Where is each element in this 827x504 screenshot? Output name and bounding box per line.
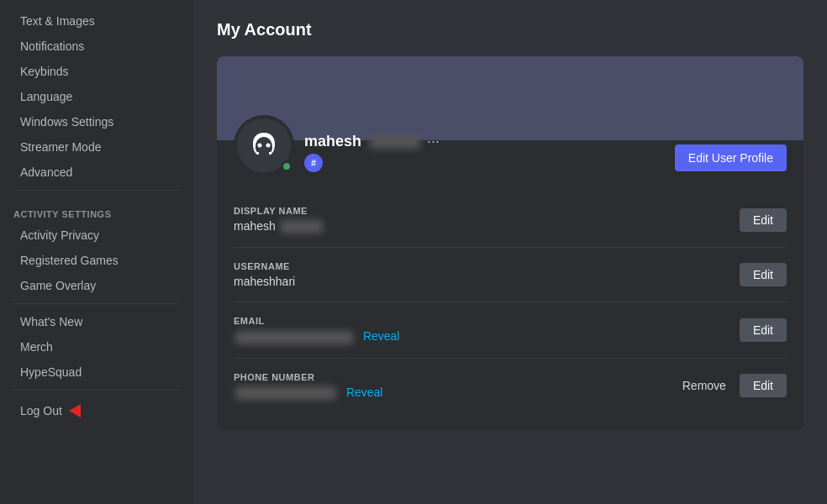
username-field: USERNAME maheshhari Edit: [234, 248, 787, 302]
sidebar-item-hypesquad[interactable]: HypeSquad: [7, 360, 187, 384]
display-name-blurred: [281, 220, 323, 234]
sidebar-item-whats-new[interactable]: What's New: [7, 310, 187, 333]
phone-edit-button[interactable]: Edit: [740, 374, 787, 397]
display-name-value: mahesh: [234, 219, 740, 234]
phone-actions: Remove Edit: [676, 374, 787, 397]
sidebar-item-activity-privacy[interactable]: Activity Privacy: [7, 223, 187, 247]
profile-card: mahesh ··· # Edit User Profile DISPLAY N…: [217, 56, 803, 430]
svg-point-1: [266, 144, 271, 148]
sidebar-divider-1: [13, 190, 180, 191]
avatar-wrap: [234, 115, 294, 176]
phone-left: PHONE NUMBER Reveal: [234, 372, 676, 400]
username-edit-button[interactable]: Edit: [740, 263, 787, 286]
sidebar-item-streamer-mode[interactable]: Streamer Mode: [7, 135, 187, 159]
page-title: My Account: [217, 20, 803, 39]
phone-label: PHONE NUMBER: [234, 372, 676, 382]
username-blurred-part: [370, 135, 420, 149]
status-dot: [281, 160, 292, 172]
display-name-edit-button[interactable]: Edit: [740, 208, 787, 232]
sidebar-divider-2: [13, 303, 180, 304]
username-value: maheshhari: [234, 275, 740, 288]
display-name-actions: Edit: [740, 208, 787, 232]
three-dots-menu[interactable]: ···: [427, 133, 440, 150]
display-name-field: DISPLAY NAME mahesh Edit: [234, 192, 787, 248]
sidebar-item-advanced[interactable]: Advanced: [7, 160, 187, 184]
username-text: mahesh: [304, 133, 361, 150]
phone-value: Reveal: [234, 386, 676, 400]
sidebar-item-language[interactable]: Language: [7, 85, 187, 108]
profile-info-row: mahesh ··· # Edit User Profile: [217, 140, 803, 186]
display-name-left: DISPLAY NAME mahesh: [234, 206, 740, 234]
activity-section-label: Activity Settings: [0, 196, 193, 223]
sidebar-item-windows-settings[interactable]: Windows Settings: [7, 110, 187, 134]
sidebar-item-notifications[interactable]: Notifications: [7, 34, 187, 58]
phone-blurred: [235, 386, 336, 400]
avatar-icon: [247, 129, 281, 162]
account-fields: DISPLAY NAME mahesh Edit USERNAME mahesh…: [217, 186, 803, 430]
email-value: Reveal: [234, 329, 740, 344]
email-edit-button[interactable]: Edit: [740, 318, 787, 342]
sidebar-item-registered-games[interactable]: Registered Games: [7, 249, 187, 272]
email-field: EMAIL Reveal Edit: [234, 302, 787, 358]
tag-badge: #: [304, 154, 323, 172]
phone-reveal-link[interactable]: Reveal: [346, 386, 383, 399]
sidebar-item-keybinds[interactable]: Keybinds: [7, 60, 187, 83]
edit-profile-button[interactable]: Edit User Profile: [675, 144, 787, 171]
username-actions: Edit: [740, 263, 787, 286]
sidebar-divider-3: [13, 390, 180, 391]
email-reveal-link[interactable]: Reveal: [363, 329, 400, 343]
sidebar-item-merch[interactable]: Merch: [7, 335, 187, 359]
sidebar-item-game-overlay[interactable]: Game Overlay: [7, 274, 187, 297]
username-left: USERNAME maheshhari: [234, 261, 740, 288]
email-left: EMAIL Reveal: [234, 316, 740, 344]
phone-remove-button[interactable]: Remove: [676, 374, 733, 397]
main-content: My Account: [193, 0, 827, 504]
sidebar: Text & Images Notifications Keybinds Lan…: [0, 0, 193, 504]
display-name-label: DISPLAY NAME: [234, 206, 740, 216]
email-blurred: [235, 331, 353, 344]
email-label: EMAIL: [234, 316, 740, 326]
svg-point-0: [258, 144, 262, 148]
sidebar-item-text-images[interactable]: Text & Images: [7, 9, 187, 33]
email-actions: Edit: [740, 318, 787, 342]
profile-left: mahesh ··· #: [234, 115, 440, 176]
tag-badge-wrap: #: [304, 150, 440, 172]
username-label: USERNAME: [234, 261, 740, 271]
sidebar-item-logout[interactable]: Log Out: [7, 399, 187, 423]
phone-field: PHONE NUMBER Reveal Remove Edit: [234, 359, 787, 413]
username-row: mahesh ···: [304, 133, 440, 150]
logout-arrow-icon: [69, 404, 81, 417]
username-area: mahesh ··· #: [304, 133, 440, 176]
